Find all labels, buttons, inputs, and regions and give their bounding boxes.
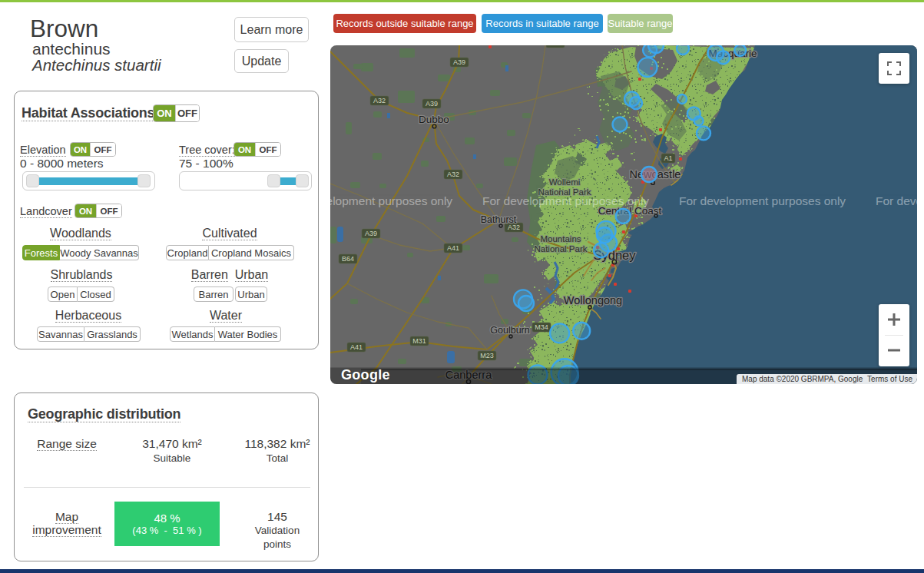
svg-text:Goulburn: Goulburn: [490, 325, 529, 336]
svg-text:Mountains: Mountains: [540, 234, 581, 243]
svg-text:Bathurst: Bathurst: [481, 214, 517, 225]
svg-text:A1: A1: [664, 154, 672, 162]
svg-text:For development purposes only: For development purposes only: [679, 194, 846, 207]
svg-text:A32: A32: [373, 97, 386, 104]
svg-text:Dubbo: Dubbo: [419, 114, 449, 125]
svg-text:A32: A32: [447, 171, 459, 178]
svg-text:M34: M34: [535, 323, 548, 331]
svg-text:For development purposes only: For development purposes only: [330, 194, 452, 207]
svg-text:National Park: National Park: [534, 244, 587, 253]
svg-text:M31: M31: [412, 337, 426, 345]
svg-text:B64: B64: [342, 255, 354, 263]
svg-text:Wollongong: Wollongong: [564, 294, 622, 306]
svg-text:M23: M23: [480, 352, 494, 359]
svg-text:Wollemi: Wollemi: [549, 177, 581, 187]
svg-text:B51: B51: [549, 45, 561, 47]
svg-text:A41: A41: [350, 343, 363, 351]
svg-text:A41: A41: [447, 244, 459, 252]
svg-text:A39: A39: [453, 58, 465, 66]
svg-text:For development purposes only: For development purposes only: [876, 194, 917, 207]
svg-text:For development purposes only: For development purposes only: [482, 194, 649, 207]
svg-text:A39: A39: [365, 230, 377, 237]
svg-text:A39: A39: [426, 100, 438, 108]
